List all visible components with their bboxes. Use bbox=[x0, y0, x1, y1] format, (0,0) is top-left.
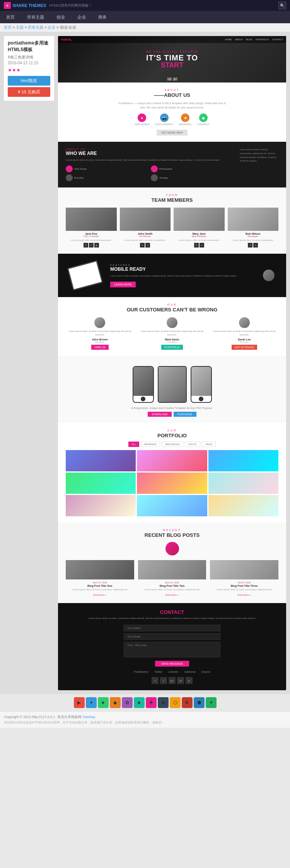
buy-button[interactable]: ¥ 10 元购买 bbox=[8, 87, 50, 97]
hero-section: PORTAL HOME ABOUT BLOG PORTFOLIO CONTACT… bbox=[58, 36, 286, 83]
portfolio-item-4[interactable] bbox=[66, 473, 136, 494]
about-more-button[interactable]: GET MORE INFO bbox=[157, 130, 188, 136]
stat-circle-3 bbox=[66, 174, 73, 181]
nav-item-enterprise[interactable]: 企业 bbox=[75, 13, 88, 22]
page-body: portiatheme多用途HTML5模板 4色三色更详情 2016-04-13… bbox=[0, 32, 290, 694]
team-tw-icon[interactable]: t bbox=[89, 243, 94, 248]
blog-link-3[interactable]: Read More » bbox=[237, 594, 251, 596]
testimonial-3: Lorem ipsum dolor sit amet consectetur a… bbox=[210, 317, 278, 350]
hero-nav-home[interactable]: HOME bbox=[225, 38, 232, 41]
hero-nav-portfolio[interactable]: PORTFOLIO bbox=[256, 38, 269, 41]
footer-icon-11[interactable]: ⬢ bbox=[194, 697, 205, 708]
hero-navigation: PORTAL HOME ABOUT BLOG PORTFOLIO CONTACT bbox=[58, 36, 286, 43]
contact-submit-button[interactable]: SEND MESSAGE bbox=[155, 661, 189, 667]
hero-nav-contact[interactable]: CONTACT bbox=[272, 38, 283, 41]
filter-webdesign[interactable]: WEB DESIGN bbox=[162, 442, 183, 447]
nav-item-all-themes[interactable]: 所有主题 bbox=[25, 13, 46, 22]
team-gp-icon[interactable]: g bbox=[94, 243, 99, 248]
contact-name-input[interactable] bbox=[124, 625, 220, 631]
contact-nav-1[interactable]: Portiatheme bbox=[134, 670, 148, 673]
sidebar-date: 2016-04-13 11:15 bbox=[8, 61, 50, 65]
testimonial-btn-2[interactable]: PORTFOLIO bbox=[161, 345, 183, 350]
team-tw-icon-2[interactable]: t bbox=[145, 243, 150, 248]
footer-icon-7[interactable]: ✚ bbox=[146, 697, 157, 708]
portfolio-item-1[interactable] bbox=[66, 450, 136, 471]
breadcrumb-current: 创业·企业 bbox=[60, 25, 77, 29]
tablet-mockup bbox=[67, 260, 103, 291]
team-photo-4 bbox=[228, 208, 279, 231]
social-tw-icon[interactable]: t bbox=[160, 677, 167, 684]
mobile-learn-button[interactable]: LEARN MORE bbox=[110, 282, 136, 287]
team-fb-icon[interactable]: f bbox=[84, 243, 88, 248]
blog-link-2[interactable]: Read More » bbox=[165, 594, 179, 596]
filter-branding[interactable]: BRANDING bbox=[141, 442, 160, 447]
breadcrumb-enterprise[interactable]: 企业 bbox=[48, 25, 55, 29]
purchase-button[interactable]: PURCHASE bbox=[174, 412, 196, 417]
breadcrumb-themes[interactable]: 主题 bbox=[16, 25, 24, 29]
demo-button[interactable]: html预览 bbox=[8, 76, 50, 86]
team-grid: Jane Doe CEO / Founder Lorem ipsum dolor… bbox=[66, 208, 278, 248]
person-avatar bbox=[263, 270, 275, 281]
social-fb-icon[interactable]: f bbox=[152, 677, 159, 684]
portfolio-item-9[interactable] bbox=[208, 495, 278, 516]
portfolio-item-2[interactable] bbox=[137, 450, 207, 471]
stat-circle-4 bbox=[151, 174, 158, 181]
footer-icon-4[interactable]: ◆ bbox=[110, 697, 121, 708]
team-tw-icon-3[interactable]: t bbox=[200, 243, 204, 248]
footer-icon-8[interactable]: ⬟ bbox=[158, 697, 169, 708]
team-tw-icon-4[interactable]: t bbox=[253, 243, 258, 248]
filter-video[interactable]: VIDEO bbox=[202, 442, 216, 447]
download-button[interactable]: DOWNLOAD bbox=[148, 412, 171, 417]
contact-social: f t g+ in p bbox=[66, 677, 278, 684]
testimonial-btn-3[interactable]: GET IN TOUCH bbox=[232, 345, 257, 350]
testimonial-btn-1[interactable]: HIRE US bbox=[91, 345, 108, 350]
social-gp-icon[interactable]: g+ bbox=[169, 677, 176, 684]
filter-photo[interactable]: PHOTO bbox=[185, 442, 200, 447]
testimonial-name-3: Sarah Lee bbox=[210, 338, 278, 341]
footer-icon-12[interactable]: ✦ bbox=[206, 697, 217, 708]
testimonial-text-3: Lorem ipsum dolor sit amet consectetur a… bbox=[210, 330, 278, 337]
contact-nav-3[interactable]: LinkedIn bbox=[168, 670, 178, 673]
social-li-icon[interactable]: in bbox=[177, 677, 184, 684]
nav-item-startup[interactable]: 创业 bbox=[54, 13, 67, 22]
hero-nav-blog[interactable]: BLOG bbox=[246, 38, 252, 41]
contact-message-input[interactable] bbox=[124, 642, 220, 657]
breadcrumb-all[interactable]: 所有主题 bbox=[28, 25, 43, 29]
contact-nav-4[interactable]: California bbox=[184, 670, 196, 673]
team-fb-icon-3[interactable]: f bbox=[194, 243, 199, 248]
blog-item-3: April 8, 2016 Blog Post Title Three Lore… bbox=[210, 560, 278, 596]
social-pi-icon[interactable]: p bbox=[186, 677, 193, 684]
portfolio-item-5[interactable] bbox=[137, 473, 207, 494]
sitemap-link[interactable]: SiteMap bbox=[82, 715, 95, 719]
contact-nav-5[interactable]: Dripora bbox=[201, 670, 210, 673]
portfolio-item-6[interactable] bbox=[208, 473, 278, 494]
team-desc-3: Lorem ipsum dolor sit amet consectetur. bbox=[174, 239, 225, 242]
contact-nav-2[interactable]: Twitter bbox=[154, 670, 162, 673]
testimonials-label: OUR bbox=[66, 303, 278, 306]
footer-icon-2[interactable]: ✦ bbox=[86, 697, 97, 708]
blog-link-1[interactable]: Read More » bbox=[93, 594, 107, 596]
filter-all[interactable]: ALL bbox=[128, 442, 140, 447]
hero-nav-about[interactable]: ABOUT bbox=[235, 38, 243, 41]
footer-icon-9[interactable]: ⬡ bbox=[170, 697, 181, 708]
stat-text-3: Branding bbox=[74, 177, 84, 179]
nav-item-business[interactable]: 商务 bbox=[96, 13, 109, 22]
portfolio-item-8[interactable] bbox=[137, 495, 207, 516]
search-button[interactable]: 🔍 bbox=[278, 2, 286, 9]
nav-item-home[interactable]: 首页 bbox=[4, 13, 17, 22]
footer-icon-3[interactable]: ★ bbox=[98, 697, 109, 708]
footer-icon-1[interactable]: ▶ bbox=[74, 697, 85, 708]
hero-next-arrow[interactable]: ▷ bbox=[173, 77, 177, 81]
footer-icon-10[interactable]: ❖ bbox=[182, 697, 193, 708]
hero-prev-arrow[interactable]: ◁ bbox=[167, 77, 172, 81]
hero-small-text: WE ARE DIGITAL EXPERTS bbox=[146, 50, 198, 53]
team-fb-icon-2[interactable]: f bbox=[140, 243, 145, 248]
who-right-desc: Lorem ipsum dolor sit amet, consectetur … bbox=[240, 148, 278, 163]
portfolio-item-7[interactable] bbox=[66, 495, 136, 516]
team-fb-icon-4[interactable]: f bbox=[248, 243, 252, 248]
footer-icon-5[interactable]: ✿ bbox=[122, 697, 133, 708]
portfolio-item-3[interactable] bbox=[208, 450, 278, 471]
breadcrumb-home[interactable]: 首页 bbox=[4, 25, 12, 29]
footer-icon-6[interactable]: ♣ bbox=[134, 697, 145, 708]
contact-email-input[interactable] bbox=[124, 633, 220, 640]
